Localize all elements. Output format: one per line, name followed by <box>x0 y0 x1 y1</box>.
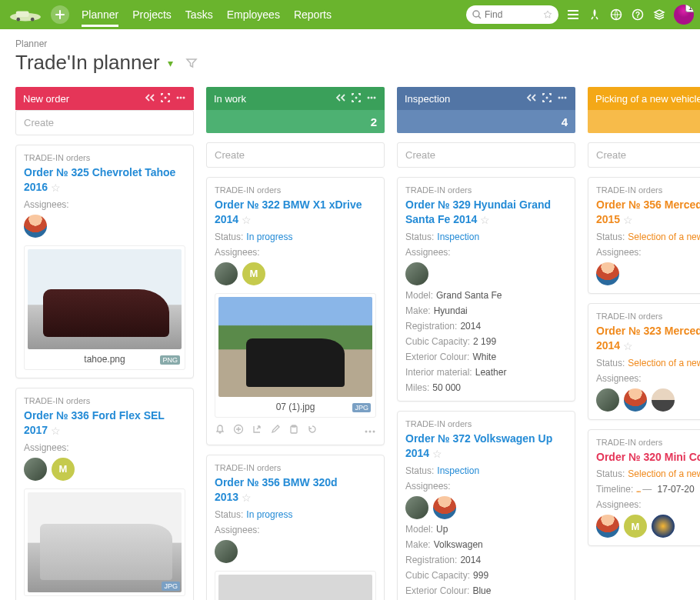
star-icon[interactable]: ☆ <box>51 182 61 194</box>
card-title[interactable]: Order № 322 BMW X1 xDrive 2014 <box>215 198 362 225</box>
card-title[interactable]: Order № 372 Volkswagen Up 2014 <box>405 432 552 459</box>
star-icon[interactable] <box>543 10 552 19</box>
attachment-thumb[interactable]: JPG <box>24 488 185 596</box>
layers-icon[interactable] <box>652 8 666 22</box>
rocket-icon[interactable] <box>588 8 602 22</box>
create-card[interactable]: Create <box>588 142 700 168</box>
column-menu-icon[interactable] <box>175 92 186 105</box>
user-avatar[interactable]: 1 <box>674 5 694 25</box>
nav-projects[interactable]: Projects <box>132 2 172 27</box>
attachment-thumb[interactable]: PNGtahoe.png <box>24 245 185 370</box>
card-title[interactable]: Order № 329 Hyundai Grand Santa Fe 2014 <box>405 198 551 225</box>
nav-employees[interactable]: Employees <box>227 2 280 27</box>
focus-icon[interactable] <box>351 92 362 105</box>
attachment-thumb[interactable]: JPG07 (1).jpg <box>215 293 376 418</box>
card-title[interactable]: Order № 356 BMW 320d 2013 <box>215 476 338 503</box>
svg-text:?: ? <box>635 11 640 19</box>
assignee-avatar[interactable] <box>596 515 619 538</box>
logo[interactable] <box>6 4 45 25</box>
card[interactable]: TRADE-IN ordersOrder № 323 Mercedes A180… <box>588 303 700 420</box>
focus-icon[interactable] <box>160 92 171 105</box>
assignee-avatar[interactable] <box>596 388 619 412</box>
more-icon[interactable] <box>364 425 376 436</box>
column-header[interactable]: New order <box>15 87 194 110</box>
assignee-avatar[interactable] <box>215 262 238 285</box>
assignee-avatar[interactable] <box>24 458 47 481</box>
card[interactable]: TRADE-IN ordersOrder № 372 Volkswagen Up… <box>397 411 575 600</box>
help-icon[interactable]: ? <box>631 8 645 22</box>
add-button[interactable] <box>51 5 69 24</box>
card-title[interactable]: Order № 325 Chevrolet Tahoe 2016 <box>24 166 175 193</box>
menu-icon[interactable] <box>566 8 580 22</box>
detail-row: Registration:2014 <box>405 321 567 332</box>
card[interactable]: TRADE-IN ordersOrder № 329 Hyundai Grand… <box>397 177 575 402</box>
detail-row: Cubic Capacity:999 <box>405 570 567 581</box>
card-category: TRADE-IN orders <box>215 185 376 195</box>
search-input[interactable] <box>485 9 540 20</box>
attachment-thumb[interactable] <box>215 571 376 600</box>
chevron-down-icon[interactable]: ▾ <box>168 57 173 69</box>
assignee-avatar[interactable] <box>405 262 428 285</box>
create-card[interactable]: Create <box>397 142 575 168</box>
assignee-avatar[interactable] <box>652 515 675 538</box>
star-icon[interactable]: ☆ <box>242 492 252 504</box>
card-title[interactable]: Order № 336 Ford Flex SEL 2017 <box>24 409 165 436</box>
breadcrumb[interactable]: Planner <box>15 38 685 49</box>
star-icon[interactable]: ☆ <box>623 214 633 226</box>
collapse-icon[interactable] <box>526 93 537 105</box>
create-card[interactable]: Create <box>206 142 385 168</box>
assignee-avatar[interactable]: M <box>242 262 265 285</box>
assignee-avatar[interactable] <box>652 388 675 412</box>
search-box[interactable] <box>466 5 558 24</box>
assignee-avatar[interactable]: M <box>624 515 647 538</box>
globe-icon[interactable] <box>609 8 623 22</box>
history-icon[interactable] <box>307 424 318 437</box>
star-icon[interactable]: ☆ <box>242 214 252 226</box>
attachment-name: 07 (1).jpg <box>218 397 372 414</box>
detail-row: Make:Volkswagen <box>405 539 567 550</box>
assignee-avatar[interactable] <box>405 496 428 519</box>
clipboard-icon[interactable] <box>288 424 299 437</box>
detail-row: Model:Grand Santa Fe <box>405 290 567 301</box>
assignees-label: Assignees: <box>596 499 700 510</box>
card[interactable]: TRADE-IN ordersOrder № 325 Chevrolet Tah… <box>15 145 194 378</box>
focus-icon[interactable] <box>542 92 552 105</box>
card-title[interactable]: Order № 323 Mercedes A180 2014 <box>596 325 700 352</box>
nav-reports[interactable]: Reports <box>294 2 332 27</box>
assignee-avatar[interactable] <box>433 496 456 519</box>
nav-planner[interactable]: Planner <box>82 2 118 27</box>
card[interactable]: TRADE-IN ordersOrder № 356 BMW 320d 2013… <box>206 455 385 600</box>
edit-icon[interactable] <box>270 424 281 437</box>
card[interactable]: TRADE-IN ordersOrder № 320 Mini Cooper☆S… <box>588 429 700 547</box>
create-card[interactable]: Create <box>15 110 194 135</box>
column-header[interactable]: In work <box>206 87 385 110</box>
card-title[interactable]: Order № 356 Mercedes A180 2015 <box>596 198 700 225</box>
nav-tasks[interactable]: Tasks <box>185 2 213 27</box>
card-category: TRADE-IN orders <box>24 396 185 405</box>
assignee-avatar[interactable] <box>596 262 619 285</box>
column-count: 2 <box>206 110 385 133</box>
card[interactable]: TRADE-IN ordersOrder № 322 BMW X1 xDrive… <box>206 177 385 445</box>
star-icon[interactable]: ☆ <box>480 214 490 226</box>
star-icon[interactable]: ☆ <box>623 340 633 352</box>
column-header[interactable]: Picking of a new vehicle <box>588 87 700 110</box>
card[interactable]: TRADE-IN ordersOrder № 336 Ford Flex SEL… <box>15 388 194 600</box>
column-menu-icon[interactable] <box>366 92 377 105</box>
column-menu-icon[interactable] <box>557 92 568 105</box>
card[interactable]: TRADE-IN ordersOrder № 356 Mercedes A180… <box>588 177 700 294</box>
assignee-avatar[interactable]: M <box>52 458 75 481</box>
bell-icon[interactable] <box>215 424 225 437</box>
star-icon[interactable]: ☆ <box>51 425 61 437</box>
collapse-icon[interactable] <box>335 93 346 105</box>
filter-icon[interactable] <box>185 51 198 75</box>
add-icon[interactable] <box>233 424 244 437</box>
column-header[interactable]: Inspection <box>397 87 575 110</box>
move-icon[interactable] <box>252 424 262 437</box>
assignee-avatar[interactable] <box>24 215 47 238</box>
collapse-icon[interactable] <box>145 93 155 105</box>
assignee-avatar[interactable] <box>215 540 238 563</box>
assignee-avatar[interactable] <box>624 388 647 412</box>
card-title[interactable]: Order № 320 Mini Cooper <box>596 451 700 463</box>
file-ext-badge: JPG <box>352 403 371 412</box>
star-icon[interactable]: ☆ <box>432 448 442 460</box>
